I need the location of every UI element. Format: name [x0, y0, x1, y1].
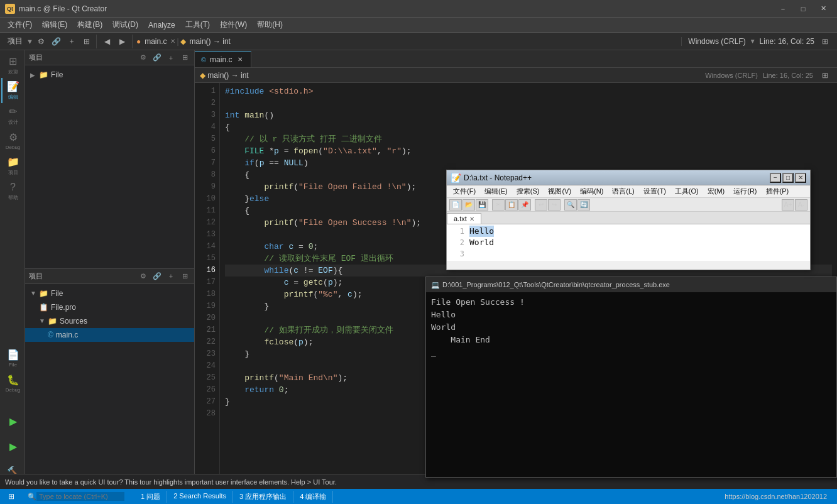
np-redo-btn[interactable]: ↪ — [548, 199, 561, 211]
filter-icon[interactable]: ⚙ — [138, 52, 149, 63]
np-replace-btn[interactable]: 🔄 — [577, 199, 590, 211]
editor-tab-main-c[interactable]: © main.c ✕ — [195, 51, 251, 67]
np-menu-settings[interactable]: 设置(T) — [640, 186, 670, 197]
breadcrumb-info: Windows (CRLF) Line: 16, Col: 25 ⊞ — [705, 68, 832, 82]
menu-edit[interactable]: 编辑(E) — [37, 18, 72, 32]
tree-item-root[interactable]: ▶ 📁 File — [25, 68, 194, 82]
status-tab-2[interactable]: 2 Search Results — [167, 491, 233, 503]
menu-tools[interactable]: 工具(T) — [180, 18, 215, 32]
tree-item-file-folder[interactable]: ▼ 📁 File — [25, 287, 194, 300]
minimize-button[interactable]: − — [774, 3, 792, 15]
np-menu-file[interactable]: 文件(F) — [449, 186, 479, 197]
ln-12: 12 — [199, 217, 216, 229]
np-new-btn[interactable]: 📄 — [449, 199, 462, 211]
tree-item-file-pro[interactable]: 📋 File.pro — [25, 300, 194, 314]
add3-icon[interactable]: + — [165, 270, 177, 282]
np-line-1: 1Hello — [452, 226, 805, 237]
toolbar: 项目 ▼ ⚙ 🔗 + ⊞ ◀ ▶ ● main.c ✕ | ◆ main() →… — [0, 33, 837, 50]
np-maximize[interactable]: □ — [782, 173, 794, 183]
sidebar-top: ⊞ 欢迎 📝 编辑 ✏ 设计 ⚙ Debug 📁 项目 ? 帮助 — [0, 50, 25, 206]
expand-btn[interactable]: ⊞ — [818, 35, 832, 48]
sync3-icon[interactable]: ⊞ — [179, 270, 190, 282]
ln-23: 23 — [199, 348, 216, 360]
run-debug-button[interactable]: ▶ — [1, 434, 24, 459]
nav-fwd-button[interactable]: ▶ — [116, 35, 129, 48]
np-tab-a-txt[interactable]: a.txt ✕ — [447, 213, 481, 224]
expand-editor-btn[interactable]: ⊞ — [818, 68, 832, 82]
np-tab-label: a.txt — [454, 215, 467, 222]
menu-file[interactable]: 文件(F) — [3, 18, 37, 32]
search-input[interactable] — [36, 492, 124, 501]
status-tab-1[interactable]: 1 问题 — [134, 491, 167, 503]
menu-build[interactable]: 构建(B) — [72, 18, 107, 32]
np-menu-plugins[interactable]: 插件(P) — [762, 186, 793, 197]
menu-debug[interactable]: 调试(D) — [107, 18, 143, 32]
np-zoom-in[interactable]: A+ — [782, 199, 794, 211]
tree-item-sources[interactable]: ▼ 📁 Sources — [25, 314, 194, 328]
menu-help[interactable]: 帮助(H) — [252, 18, 288, 32]
notepad-window[interactable]: 📝 D:\a.txt - Notepad++ − □ ✕ 文件(F) 编辑(E)… — [446, 170, 811, 270]
sidebar-item-help[interactable]: ? 帮助 — [1, 178, 24, 204]
np-minimize[interactable]: − — [770, 173, 781, 183]
link3-icon[interactable]: 🔗 — [151, 270, 163, 282]
sidebar-item-debug2[interactable]: 🐛 Debug — [1, 371, 24, 396]
link-btn[interactable]: 🔗 — [50, 35, 63, 48]
np-open-btn[interactable]: 📂 — [462, 199, 475, 211]
np-copy-btn[interactable]: 📋 — [505, 199, 518, 211]
search-bar: 🔍 — [25, 492, 127, 501]
sidebar-item-welcome[interactable]: ⊞ 欢迎 — [1, 53, 24, 78]
filter-btn[interactable]: ⚙ — [35, 35, 48, 48]
status-error-icon[interactable]: ⊞ — [5, 490, 18, 503]
run-debug-icon: ▶ — [9, 441, 17, 452]
sidebar-item-debug[interactable]: ⚙ Debug — [1, 128, 24, 153]
menu-controls[interactable]: 控件(W) — [215, 18, 252, 32]
notepad-titlebar: 📝 D:\a.txt - Notepad++ − □ ✕ — [447, 170, 810, 185]
np-zoom-out[interactable]: A- — [795, 199, 807, 211]
terminal-content[interactable]: File Open Success ! Hello World Main End… — [426, 292, 836, 477]
status-tab-4[interactable]: 4 编译输 — [293, 491, 333, 503]
terminal-window[interactable]: 💻 D:\001_Programs\012_Qt\Tools\QtCreator… — [425, 277, 837, 478]
np-undo-btn[interactable]: ↩ — [535, 199, 547, 211]
sidebar-item-editor[interactable]: 📝 编辑 — [1, 78, 24, 103]
np-menu-tools[interactable]: 工具(O) — [671, 186, 703, 197]
maximize-button[interactable]: □ — [794, 3, 812, 15]
ln-19: 19 — [199, 300, 216, 312]
sidebar-item-file[interactable]: 📄 File — [1, 346, 24, 371]
status-tab-3[interactable]: 3 应用程序输出 — [233, 491, 293, 503]
np-menu-view[interactable]: 视图(V) — [544, 186, 575, 197]
sync2-icon[interactable]: ⊞ — [179, 52, 190, 63]
filter3-icon[interactable]: ⚙ — [138, 270, 149, 282]
np-menu-lang[interactable]: 语言(L) — [608, 186, 638, 197]
np-save-btn[interactable]: 💾 — [476, 199, 488, 211]
menu-analyze[interactable]: Analyze — [143, 18, 180, 32]
np-tab-close[interactable]: ✕ — [469, 216, 474, 222]
np-menu-run[interactable]: 运行(R) — [730, 186, 760, 197]
close-button[interactable]: ✕ — [814, 3, 832, 15]
sidebar-item-design[interactable]: ✏ 设计 — [1, 103, 24, 128]
panel-title-top: 项目 — [29, 53, 135, 62]
link2-icon[interactable]: 🔗 — [151, 52, 163, 63]
add2-icon[interactable]: + — [165, 52, 177, 63]
tree-item-main-c[interactable]: © main.c — [25, 328, 194, 342]
tab-close-button[interactable]: ✕ — [236, 55, 244, 64]
add-btn[interactable]: + — [65, 35, 79, 48]
project-tree-top: ▶ 📁 File — [25, 65, 194, 268]
sync-btn[interactable]: ⊞ — [80, 35, 94, 48]
project-panel-bottom: 项目 ⚙ 🔗 + ⊞ ▼ 📁 File 📋 File.pro ▼ 📁 — [25, 269, 194, 487]
ln-8: 8 — [199, 169, 216, 181]
nav-back-button[interactable]: ◀ — [101, 35, 114, 48]
sidebar-item-project[interactable]: 📁 项目 — [1, 153, 24, 178]
notepad-win-controls: − □ ✕ — [770, 173, 806, 183]
np-menu-macro[interactable]: 宏(M) — [704, 186, 729, 197]
np-menu-encode[interactable]: 编码(N) — [576, 186, 607, 197]
np-menu-search[interactable]: 搜索(S) — [513, 186, 544, 197]
notepad-content[interactable]: 1Hello 2World 3 — [447, 224, 810, 261]
np-menu-edit[interactable]: 编辑(E) — [481, 186, 512, 197]
notepad-menubar: 文件(F) 编辑(E) 搜索(S) 视图(V) 编码(N) 语言(L) 设置(T… — [447, 185, 810, 198]
window-controls: − □ ✕ — [774, 3, 832, 15]
np-close[interactable]: ✕ — [795, 173, 806, 183]
np-cut-btn[interactable]: ✂ — [492, 199, 505, 211]
run-button[interactable]: ▶ — [1, 408, 24, 434]
np-find-btn[interactable]: 🔍 — [564, 199, 577, 211]
np-paste-btn[interactable]: 📌 — [518, 199, 531, 211]
